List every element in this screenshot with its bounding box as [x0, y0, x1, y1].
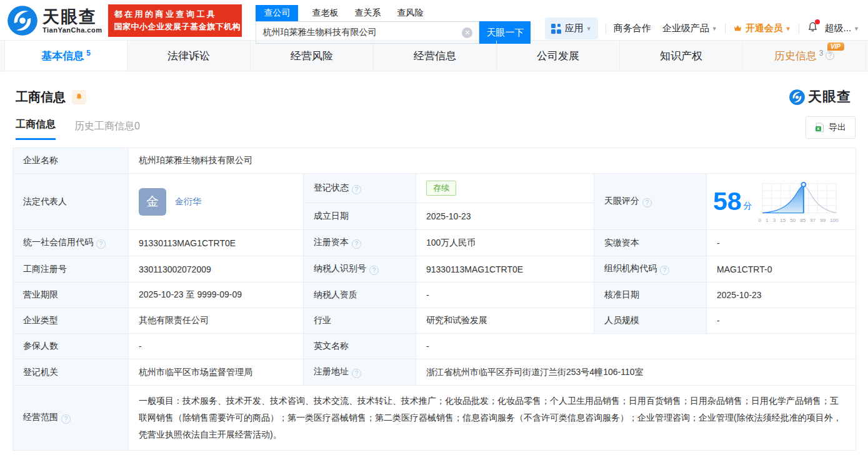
- table-row: 营业期限 2025-10-23 至 9999-09-09 纳税人资质 - 核准日…: [13, 282, 856, 308]
- chevron-down-icon: ▼: [854, 26, 859, 32]
- credit-code-value: 91330113MAG1CTRT0E: [129, 230, 304, 256]
- business-scope-label: 经营范围?: [13, 386, 129, 451]
- business-cooperation-link[interactable]: 商务合作: [614, 22, 651, 34]
- search-input[interactable]: [262, 28, 462, 38]
- bell-icon: [75, 92, 83, 101]
- business-scope-value: 一般项目：技术服务、技术开发、技术咨询、技术交流、技术转让、技术推广；化妆品批发…: [129, 386, 856, 451]
- reg-capital-label: 注册资本?: [304, 230, 416, 256]
- org-code-label: 组织机构代码?: [594, 256, 707, 282]
- establish-date-label: 成立日期: [304, 203, 416, 230]
- chevron-down-icon: ▼: [712, 26, 717, 32]
- logo-swirl-icon: [789, 89, 806, 106]
- tab-company-development[interactable]: 公司发展: [497, 41, 620, 71]
- subtab-row: 工商信息 历史工商信息0 x 导出: [0, 106, 868, 140]
- company-name-value: 杭州珀莱雅生物科技有限公司: [129, 148, 856, 174]
- table-row: 工商注册号 330113002072009 纳税人识别号? 91330113MA…: [13, 256, 856, 282]
- insured-count-value: -: [129, 334, 304, 359]
- reg-status-label: 登记状态?: [304, 174, 416, 203]
- apps-label: 应用: [565, 22, 584, 34]
- tab-intellectual-property[interactable]: 知识产权: [620, 41, 743, 71]
- subtab-business-info[interactable]: 工商信息: [16, 118, 56, 140]
- notifications-bell[interactable]: [807, 21, 819, 36]
- help-icon[interactable]: ?: [369, 266, 379, 275]
- org-code-value: MAG1CTRT-0: [707, 256, 856, 282]
- table-row: 登记机关 杭州市临平区市场监督管理局 注册地址? 浙江省杭州市临平区乔司街道汀兰…: [13, 359, 856, 386]
- search-tab-risk[interactable]: 查风险: [397, 5, 423, 21]
- legal-rep-link[interactable]: 金衍华: [175, 196, 201, 208]
- industry-label: 行业: [304, 308, 416, 334]
- open-vip-menu[interactable]: 开通会员 ▼: [733, 22, 791, 34]
- reg-address-label: 注册地址?: [304, 359, 416, 386]
- logo-swirl-icon: [6, 4, 39, 37]
- notification-dot: [815, 19, 820, 24]
- logo-cn-text: 天眼查: [42, 8, 102, 26]
- reg-authority-label: 登记机关: [13, 359, 129, 386]
- english-name-label: 英文名称: [304, 334, 416, 359]
- tianyancha-logo[interactable]: 天眼查 TianYanCha.com: [6, 4, 102, 37]
- industry-value: 研究和试验发展: [416, 308, 594, 334]
- crown-icon: [733, 24, 742, 33]
- help-icon[interactable]: ?: [826, 51, 834, 60]
- chevron-down-icon: ▼: [786, 26, 791, 32]
- promo-banner: 都在用的商业查询工具 国家中小企业发展子基金旗下机构: [108, 4, 242, 37]
- avatar: 金: [139, 188, 166, 216]
- reg-address-value: 浙江省杭州市临平区乔司街道汀兰街253号4幢106-110室: [416, 359, 856, 386]
- help-icon[interactable]: ?: [61, 414, 71, 424]
- business-term-label: 营业期限: [13, 282, 129, 308]
- table-row: 企业名称 杭州珀莱雅生物科技有限公司: [13, 148, 856, 174]
- staff-size-label: 人员规模: [594, 308, 707, 334]
- divider: [606, 24, 606, 34]
- tab-basic-info[interactable]: 基本信息 5: [4, 41, 127, 71]
- export-button[interactable]: x 导出: [806, 116, 856, 139]
- taxpayer-id-value: 91330113MAG1CTRT0E: [416, 256, 594, 282]
- tab-history-info[interactable]: VIP 历史信息 3 ?: [743, 41, 866, 71]
- table-row: 法定代表人 金 金衍华 登记状态? 存续 天眼评分? 58 分: [13, 174, 856, 203]
- approval-date-value: 2025-10-23: [707, 282, 856, 308]
- search-tab-boss[interactable]: 查老板: [312, 5, 338, 21]
- reg-capital-value: 100万人民币: [416, 230, 594, 256]
- promo-line2: 国家中小企业发展子基金旗下机构: [114, 21, 236, 33]
- help-icon[interactable]: ?: [642, 198, 652, 208]
- table-row: 经营范围? 一般项目：技术服务、技术开发、技术咨询、技术交流、技术转让、技术推广…: [13, 386, 856, 451]
- clear-search-icon[interactable]: ✕: [462, 28, 472, 38]
- help-icon[interactable]: ?: [660, 266, 669, 275]
- divider: [799, 24, 799, 34]
- score-unit: 分: [744, 201, 752, 212]
- tab-legal-litigation[interactable]: 法律诉讼: [127, 41, 251, 71]
- page: 天眼查 TianYanCha.com 都在用的商业查询工具 国家中小企业发展子基…: [0, 0, 868, 465]
- search-tab-relation[interactable]: 查关系: [354, 5, 381, 21]
- legal-rep-cell: 金 金衍华: [129, 174, 304, 230]
- company-type-value: 其他有限责任公司: [129, 308, 304, 334]
- subtab-history-business-info[interactable]: 历史工商信息0: [74, 120, 140, 140]
- paid-capital-value: -: [707, 230, 856, 256]
- apps-grid-icon: [551, 24, 561, 34]
- super-vip-menu[interactable]: 超级... ▼: [825, 22, 859, 34]
- help-icon[interactable]: ?: [352, 185, 361, 194]
- help-icon[interactable]: ?: [352, 369, 361, 378]
- enterprise-products-menu[interactable]: 企业级产品 ▼: [662, 22, 717, 34]
- approval-date-label: 核准日期: [594, 282, 707, 308]
- table-row: 参保人数 - 英文名称 -: [13, 334, 856, 359]
- score-value: 58: [713, 189, 742, 214]
- excel-icon: x: [815, 122, 825, 132]
- company-tabbar: 基本信息 5 法律诉讼 经营风险 经营信息 公司发展 知识产权 VIP 历史信息…: [0, 40, 868, 71]
- company-name-label: 企业名称: [13, 148, 129, 174]
- tab-operation-risk[interactable]: 经营风险: [251, 41, 374, 71]
- help-icon[interactable]: ?: [352, 239, 361, 249]
- section-head: 工商信息 天眼查: [0, 71, 868, 106]
- monitor-bell-chip[interactable]: [72, 90, 86, 104]
- logo-en-text: TianYanCha.com: [42, 26, 102, 34]
- credit-code-label: 统一社会信用代码?: [13, 230, 129, 256]
- search-tabs: 查公司 查老板 查关系 查风险: [256, 4, 531, 21]
- business-info-table: 企业名称 杭州珀莱雅生物科技有限公司 法定代表人 金 金衍华 登记状态? 存续 …: [12, 148, 856, 451]
- divider: [725, 24, 726, 34]
- help-icon[interactable]: ?: [96, 239, 106, 249]
- paid-capital-label: 实缴资本: [594, 230, 707, 256]
- tab-operation-info[interactable]: 经营信息: [374, 41, 497, 71]
- search-tab-company[interactable]: 查公司: [256, 5, 298, 21]
- apps-menu[interactable]: 应用 ▼: [545, 18, 598, 39]
- taxpayer-quality-value: -: [416, 282, 594, 308]
- score-cell: 58 分: [707, 174, 856, 230]
- insured-count-label: 参保人数: [13, 334, 129, 359]
- table-row: 企业类型 其他有限责任公司 行业 研究和试验发展 人员规模 -: [13, 308, 856, 334]
